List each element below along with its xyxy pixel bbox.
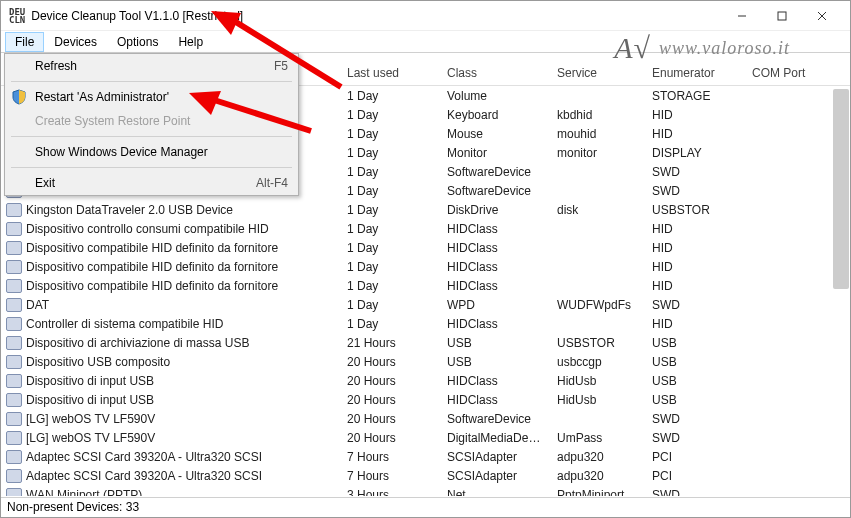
- cell-last-used: 1 Day: [339, 279, 439, 293]
- cell-service: USBSTOR: [549, 336, 644, 350]
- cell-enumerator: HID: [644, 279, 744, 293]
- table-row[interactable]: Dispositivo compatibile HID definito da …: [1, 276, 850, 295]
- table-row[interactable]: WAN Miniport (PPTP)3 HoursNetPptpMinipor…: [1, 485, 850, 496]
- cell-class: DigitalMediaDev...: [439, 431, 549, 445]
- cell-enumerator: USB: [644, 393, 744, 407]
- app-icon: DEUCLN: [9, 8, 25, 24]
- table-row[interactable]: Dispositivo controllo consumi compatibil…: [1, 219, 850, 238]
- device-name: Dispositivo di archiviazione di massa US…: [26, 336, 249, 350]
- table-row[interactable]: Dispositivo di input USB20 HoursHIDClass…: [1, 371, 850, 390]
- cell-class: HIDClass: [439, 222, 549, 236]
- shortcut: F5: [274, 59, 288, 73]
- title-bar: DEUCLN Device Cleanup Tool V1.1.0 [Restr…: [1, 1, 850, 31]
- shortcut: Alt-F4: [256, 176, 288, 190]
- cell-enumerator: PCI: [644, 450, 744, 464]
- device-icon: [6, 317, 22, 331]
- cell-class: USB: [439, 355, 549, 369]
- table-row[interactable]: Adaptec SCSI Card 39320A - Ultra320 SCSI…: [1, 447, 850, 466]
- menu-item-label: Show Windows Device Manager: [35, 145, 208, 159]
- device-name: DAT: [26, 298, 49, 312]
- col-com-port[interactable]: COM Port: [744, 62, 824, 85]
- device-name: Dispositivo compatibile HID definito da …: [26, 279, 278, 293]
- cell-enumerator: SWD: [644, 488, 744, 497]
- cell-enumerator: HID: [644, 317, 744, 331]
- menu-options[interactable]: Options: [107, 32, 168, 52]
- table-row[interactable]: Kingston DataTraveler 2.0 USB Device1 Da…: [1, 200, 850, 219]
- table-row[interactable]: Adaptec SCSI Card 39320A - Ultra320 SCSI…: [1, 466, 850, 485]
- menu-refresh[interactable]: Refresh F5: [5, 54, 298, 78]
- device-name: Dispositivo di input USB: [26, 374, 154, 388]
- device-name: Adaptec SCSI Card 39320A - Ultra320 SCSI: [26, 450, 262, 464]
- cell-service: WUDFWpdFs: [549, 298, 644, 312]
- menu-item-label: Create System Restore Point: [35, 114, 190, 128]
- menu-help[interactable]: Help: [168, 32, 213, 52]
- close-button[interactable]: [802, 2, 842, 30]
- shield-icon: [11, 89, 27, 105]
- menu-devices[interactable]: Devices: [44, 32, 107, 52]
- status-bar: Non-present Devices: 33: [1, 497, 850, 517]
- menu-item-label: Exit: [35, 176, 55, 190]
- minimize-button[interactable]: [722, 2, 762, 30]
- col-last-used[interactable]: Last used: [339, 62, 439, 85]
- device-name: Dispositivo controllo consumi compatibil…: [26, 222, 269, 236]
- menu-exit[interactable]: Exit Alt-F4: [5, 171, 298, 195]
- cell-last-used: 20 Hours: [339, 412, 439, 426]
- cell-last-used: 1 Day: [339, 184, 439, 198]
- cell-last-used: 1 Day: [339, 127, 439, 141]
- table-row[interactable]: Controller di sistema compatibile HID1 D…: [1, 314, 850, 333]
- menu-file[interactable]: File: [5, 32, 44, 52]
- menu-item-label: Refresh: [35, 59, 77, 73]
- cell-enumerator: SWD: [644, 165, 744, 179]
- cell-class: SCSIAdapter: [439, 469, 549, 483]
- cell-enumerator: USB: [644, 336, 744, 350]
- table-row[interactable]: Dispositivo USB composito20 HoursUSBusbc…: [1, 352, 850, 371]
- device-icon: [6, 355, 22, 369]
- table-row[interactable]: Dispositivo compatibile HID definito da …: [1, 238, 850, 257]
- device-icon: [6, 488, 22, 497]
- cell-enumerator: USB: [644, 374, 744, 388]
- separator: [11, 136, 292, 137]
- cell-enumerator: STORAGE: [644, 89, 744, 103]
- device-name: WAN Miniport (PPTP): [26, 488, 142, 497]
- scrollbar-thumb[interactable]: [833, 89, 849, 289]
- menu-bar: File Devices Options Help: [1, 31, 850, 53]
- table-row[interactable]: [LG] webOS TV LF590V20 HoursSoftwareDevi…: [1, 409, 850, 428]
- cell-class: HIDClass: [439, 279, 549, 293]
- device-icon: [6, 450, 22, 464]
- cell-enumerator: USBSTOR: [644, 203, 744, 217]
- device-name: Dispositivo di input USB: [26, 393, 154, 407]
- table-row[interactable]: Dispositivo compatibile HID definito da …: [1, 257, 850, 276]
- cell-last-used: 21 Hours: [339, 336, 439, 350]
- cell-last-used: 1 Day: [339, 260, 439, 274]
- cell-class: DiskDrive: [439, 203, 549, 217]
- col-service[interactable]: Service: [549, 62, 644, 85]
- table-row[interactable]: Dispositivo di input USB20 HoursHIDClass…: [1, 390, 850, 409]
- device-icon: [6, 222, 22, 236]
- table-row[interactable]: Dispositivo di archiviazione di massa US…: [1, 333, 850, 352]
- menu-show-device-manager[interactable]: Show Windows Device Manager: [5, 140, 298, 164]
- cell-enumerator: SWD: [644, 184, 744, 198]
- cell-class: SoftwareDevice: [439, 165, 549, 179]
- cell-class: SoftwareDevice: [439, 184, 549, 198]
- cell-last-used: 7 Hours: [339, 469, 439, 483]
- maximize-button[interactable]: [762, 2, 802, 30]
- cell-service: monitor: [549, 146, 644, 160]
- col-enumerator[interactable]: Enumerator: [644, 62, 744, 85]
- status-text: Non-present Devices: 33: [7, 500, 139, 514]
- svg-rect-1: [778, 12, 786, 20]
- cell-enumerator: SWD: [644, 298, 744, 312]
- cell-class: HIDClass: [439, 374, 549, 388]
- table-row[interactable]: DAT1 DayWPDWUDFWpdFsSWD: [1, 295, 850, 314]
- cell-class: Volume: [439, 89, 549, 103]
- cell-enumerator: DISPLAY: [644, 146, 744, 160]
- window-controls: [722, 2, 842, 30]
- cell-class: HIDClass: [439, 317, 549, 331]
- cell-class: Mouse: [439, 127, 549, 141]
- menu-restart-admin[interactable]: Restart 'As Administrator': [5, 85, 298, 109]
- cell-class: Keyboard: [439, 108, 549, 122]
- device-name: Adaptec SCSI Card 39320A - Ultra320 SCSI: [26, 469, 262, 483]
- table-row[interactable]: [LG] webOS TV LF590V20 HoursDigitalMedia…: [1, 428, 850, 447]
- col-class[interactable]: Class: [439, 62, 549, 85]
- device-icon: [6, 298, 22, 312]
- cell-enumerator: HID: [644, 222, 744, 236]
